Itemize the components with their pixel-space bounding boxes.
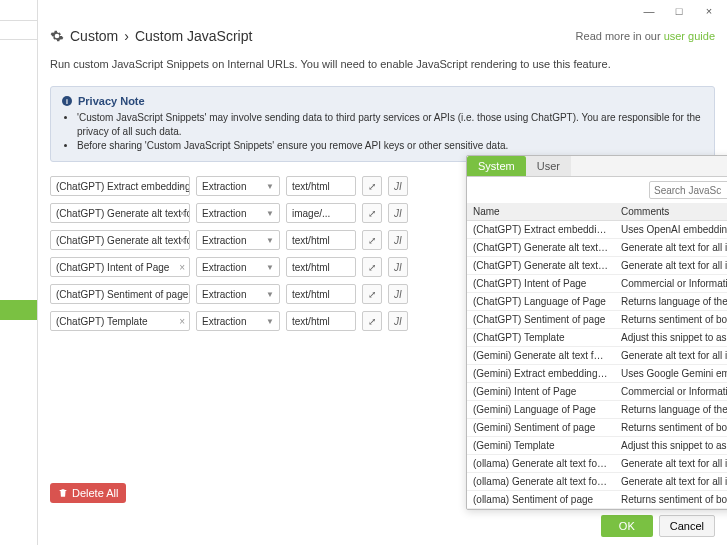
mode-select[interactable]: Extraction▼	[196, 311, 280, 331]
clear-icon[interactable]: ×	[179, 316, 185, 327]
library-row[interactable]: (Gemini) Intent of PageCommercial or Inf…	[467, 383, 727, 401]
snippet-name-input[interactable]: (ChatGPT) Extract embeddings fr×	[50, 176, 190, 196]
edit-js-icon[interactable]: JI	[388, 203, 408, 223]
lib-comments: Returns sentiment of body text using Cha…	[615, 311, 727, 329]
lib-comments: Returns sentiment of body text using Goo…	[615, 419, 727, 437]
chevron-down-icon: ▼	[266, 182, 274, 191]
col-comments[interactable]: Comments	[615, 203, 727, 221]
content-type-input[interactable]: text/html	[286, 284, 356, 304]
clear-icon[interactable]: ×	[179, 208, 185, 219]
content-type-input[interactable]: text/html	[286, 257, 356, 277]
library-row[interactable]: (Gemini) Language of PageReturns languag…	[467, 401, 727, 419]
lib-name: (Gemini) Extract embeddings from page co…	[467, 365, 615, 383]
edit-js-icon[interactable]: JI	[388, 284, 408, 304]
library-row[interactable]: (ChatGPT) Extract embeddings from page c…	[467, 221, 727, 239]
library-row[interactable]: (ollama) Sentiment of pageReturns sentim…	[467, 491, 727, 509]
breadcrumb-current: Custom JavaScript	[135, 28, 252, 44]
chevron-down-icon: ▼	[266, 317, 274, 326]
edit-js-icon[interactable]: JI	[388, 176, 408, 196]
snippet-name-input[interactable]: (ChatGPT) Sentiment of page×	[50, 284, 190, 304]
lib-name: (ollama) Generate alt text for images on…	[467, 473, 615, 491]
snippet-name-input[interactable]: (ChatGPT) Intent of Page×	[50, 257, 190, 277]
lib-name: (Gemini) Sentiment of page	[467, 419, 615, 437]
chevron-down-icon: ▼	[266, 290, 274, 299]
lib-name: (ChatGPT) Template	[467, 329, 615, 347]
library-row[interactable]: (ChatGPT) Intent of PageCommercial or In…	[467, 275, 727, 293]
search-input[interactable]	[649, 181, 727, 199]
sidebar-item-selected[interactable]	[0, 300, 37, 320]
maximize-button[interactable]: □	[671, 3, 687, 19]
lib-comments: Adjust this snippet to ask anything...	[615, 329, 727, 347]
notice-bullet: Before sharing 'Custom JavaScript Snippe…	[77, 139, 704, 153]
clear-icon[interactable]: ×	[179, 262, 185, 273]
clear-icon[interactable]: ×	[179, 289, 185, 300]
svg-text:i: i	[66, 98, 68, 105]
mode-select[interactable]: Extraction▼	[196, 230, 280, 250]
library-row[interactable]: (ChatGPT) TemplateAdjust this snippet to…	[467, 329, 727, 347]
mode-select[interactable]: Extraction▼	[196, 284, 280, 304]
tab-user[interactable]: User	[526, 156, 571, 176]
library-row[interactable]: (ChatGPT) Language of PageReturns langua…	[467, 293, 727, 311]
lib-comments: Uses Google Gemini embeddings API	[615, 365, 727, 383]
lib-name: (Gemini) Language of Page	[467, 401, 615, 419]
mode-select[interactable]: Extraction▼	[196, 176, 280, 196]
snippet-name-input[interactable]: (ChatGPT) Generate alt text for ir×	[50, 230, 190, 250]
col-name[interactable]: Name	[467, 203, 615, 221]
library-row[interactable]: (Gemini) Generate alt text for imagesGen…	[467, 347, 727, 365]
titlebar: — □ ×	[38, 0, 727, 22]
library-row[interactable]: (Gemini) Sentiment of pageReturns sentim…	[467, 419, 727, 437]
content-type-input[interactable]: text/html	[286, 230, 356, 250]
trash-icon	[58, 488, 68, 498]
snippet-name-input[interactable]: (ChatGPT) Generate alt text for ir×	[50, 203, 190, 223]
library-row[interactable]: (ChatGPT) Generate alt text for imagesGe…	[467, 239, 727, 257]
clear-icon[interactable]: ×	[179, 235, 185, 246]
library-row[interactable]: (ollama) Generate alt text for images on…	[467, 473, 727, 491]
expand-icon[interactable]: ⤢	[362, 203, 382, 223]
lib-comments: Commercial or Informational using ChatGP	[615, 275, 727, 293]
expand-icon[interactable]: ⤢	[362, 257, 382, 277]
cancel-button[interactable]: Cancel	[659, 515, 715, 537]
tab-system[interactable]: System	[467, 156, 526, 176]
minimize-button[interactable]: —	[641, 3, 657, 19]
description: Run custom JavaScript Snippets on Intern…	[38, 54, 727, 80]
edit-js-icon[interactable]: JI	[388, 257, 408, 277]
chevron-down-icon: ▼	[266, 263, 274, 272]
library-row[interactable]: (ollama) Generate alt text for imagesGen…	[467, 455, 727, 473]
library-row[interactable]: (ChatGPT) Generate alt text for images o…	[467, 257, 727, 275]
library-popup: System User Name Comments (ChatGPT) Extr…	[466, 155, 727, 510]
lib-name: (ChatGPT) Language of Page	[467, 293, 615, 311]
lib-name: (ChatGPT) Intent of Page	[467, 275, 615, 293]
library-row[interactable]: (Gemini) TemplateAdjust this snippet to …	[467, 437, 727, 455]
edit-js-icon[interactable]: JI	[388, 311, 408, 331]
library-row[interactable]: (Gemini) Extract embeddings from page co…	[467, 365, 727, 383]
expand-icon[interactable]: ⤢	[362, 311, 382, 331]
mode-select[interactable]: Extraction▼	[196, 203, 280, 223]
expand-icon[interactable]: ⤢	[362, 284, 382, 304]
breadcrumb: Custom › Custom JavaScript	[50, 28, 252, 44]
content-type-input[interactable]: image/...	[286, 203, 356, 223]
content-type-input[interactable]: text/html	[286, 311, 356, 331]
info-icon: i	[61, 95, 73, 107]
clear-icon[interactable]: ×	[179, 181, 185, 192]
ok-button[interactable]: OK	[601, 515, 653, 537]
expand-icon[interactable]: ⤢	[362, 230, 382, 250]
lib-name: (ChatGPT) Generate alt text for images o…	[467, 257, 615, 275]
expand-icon[interactable]: ⤢	[362, 176, 382, 196]
content-type-input[interactable]: text/html	[286, 176, 356, 196]
library-table: Name Comments (ChatGPT) Extract embeddin…	[467, 203, 727, 509]
notice-title: Privacy Note	[78, 95, 145, 107]
breadcrumb-root[interactable]: Custom	[70, 28, 118, 44]
snippet-name-input[interactable]: (ChatGPT) Template×	[50, 311, 190, 331]
lib-comments: Commercial or Informational using Google	[615, 383, 727, 401]
chevron-down-icon: ▼	[266, 236, 274, 245]
close-button[interactable]: ×	[701, 3, 717, 19]
lib-comments: Generate alt text for all image URLs cra…	[615, 239, 727, 257]
library-row[interactable]: (ChatGPT) Sentiment of pageReturns senti…	[467, 311, 727, 329]
delete-all-button[interactable]: Delete All	[50, 483, 126, 503]
sidebar-item[interactable]	[0, 20, 37, 40]
edit-js-icon[interactable]: JI	[388, 230, 408, 250]
user-guide-link[interactable]: user guide	[664, 30, 715, 42]
lib-comments: Adjust this snippet to ask anything	[615, 437, 727, 455]
notice-bullet: 'Custom JavaScript Snippets' may involve…	[77, 111, 704, 139]
mode-select[interactable]: Extraction▼	[196, 257, 280, 277]
